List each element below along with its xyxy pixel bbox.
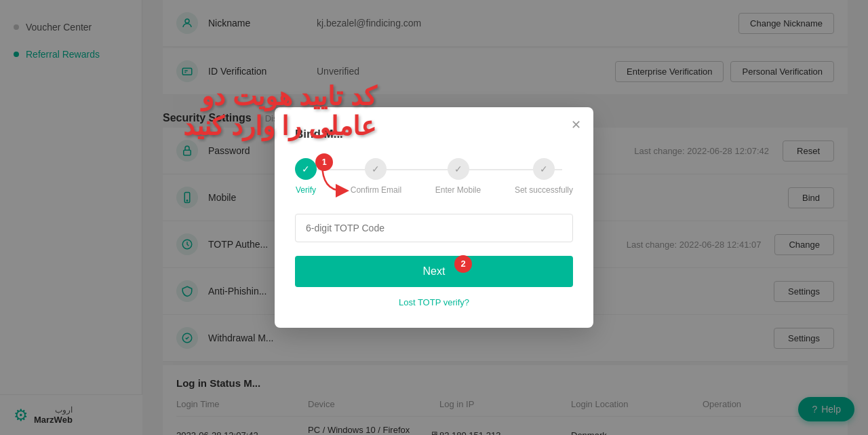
step-2-label: Confirm Email [351, 185, 401, 195]
step-verify: ✓ Verify [295, 158, 317, 195]
step-2-circle: ✓ [365, 158, 387, 180]
step-1-label: Verify [296, 185, 316, 195]
step-enter-mobile: ✓ Enter Mobile [435, 158, 481, 195]
modal-overlay: کد تایید هویت دو عاملی را وارد کنید ✕ Bi… [0, 0, 868, 435]
step-4-circle: ✓ [533, 158, 555, 180]
modal-steps: ✓ Verify ✓ Confirm Email ✓ Enter Mobile … [295, 158, 573, 195]
totp-code-input[interactable] [295, 214, 573, 242]
modal-title: Bind M... [295, 128, 573, 141]
bind-modal: ✕ Bind M... ✓ Verify ✓ Confirm Email ✓ E… [275, 107, 593, 328]
step-4-label: Set successfully [515, 185, 573, 195]
step-3-circle: ✓ [448, 158, 469, 180]
step-set-success: ✓ Set successfully [515, 158, 573, 195]
next-button[interactable]: Next [295, 256, 573, 287]
step-1-circle: ✓ [295, 158, 317, 180]
lost-totp-link[interactable]: Lost TOTP verify? [295, 297, 573, 307]
step-confirm-email: ✓ Confirm Email [351, 158, 401, 195]
step-3-label: Enter Mobile [435, 185, 481, 195]
modal-close-button[interactable]: ✕ [571, 117, 581, 132]
